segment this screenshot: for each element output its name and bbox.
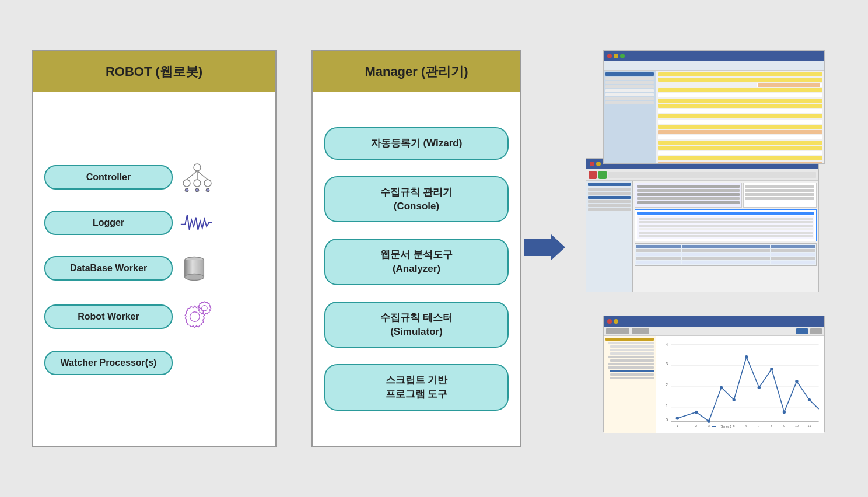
watcher-processor-label: Watcher Processor(s) xyxy=(61,358,157,368)
robot-worker-gear-icon xyxy=(180,299,215,334)
svg-text:11: 11 xyxy=(807,424,811,428)
analyzer-item: 웹문서 분석도구(Analyzer) xyxy=(324,239,509,285)
controller-row: Controller xyxy=(44,163,264,192)
svg-line-6 xyxy=(197,171,208,180)
wizard-label: 자동등록기 (Wizard) xyxy=(371,138,463,149)
logger-row: Logger xyxy=(44,208,264,237)
svg-text:1: 1 xyxy=(677,424,678,428)
right-arrow xyxy=(524,233,565,264)
svg-point-29 xyxy=(676,416,679,419)
watcher-processor-row: Watcher Processor(s) xyxy=(44,351,264,375)
screenshot-top xyxy=(603,50,825,164)
svg-point-16 xyxy=(202,306,207,311)
svg-text:2: 2 xyxy=(666,382,668,387)
manager-panel-body: 자동등록기 (Wizard) 수집규칙 관리기(Console) 웹문서 분석도… xyxy=(313,92,520,446)
svg-text:10: 10 xyxy=(795,424,799,428)
script-tool-item: 스크립트 기반프로그램 도구 xyxy=(324,364,509,411)
svg-point-33 xyxy=(733,398,736,401)
controller-icon xyxy=(180,163,215,192)
svg-point-31 xyxy=(707,420,710,423)
svg-point-3 xyxy=(204,180,211,187)
screenshot-middle xyxy=(586,158,819,292)
script-tool-label: 스크립트 기반프로그램 도구 xyxy=(386,374,448,400)
logger-icon xyxy=(180,208,215,237)
database-worker-box: DataBase Worker xyxy=(44,256,173,281)
logger-label: Logger xyxy=(93,218,124,228)
svg-text:7: 7 xyxy=(758,424,760,428)
svg-line-4 xyxy=(187,171,197,180)
svg-text:4: 4 xyxy=(666,342,668,347)
wizard-item: 자동등록기 (Wizard) xyxy=(324,127,509,160)
robot-worker-box: Robot Worker xyxy=(44,304,173,329)
arrow-container xyxy=(522,50,568,447)
robot-worker-row: Robot Worker xyxy=(44,299,264,334)
console-label: 수집규칙 관리기(Console) xyxy=(380,187,453,212)
svg-point-36 xyxy=(770,368,773,370)
svg-text:0: 0 xyxy=(666,417,668,422)
screenshot-bottom: 0 1 2 3 4 xyxy=(603,316,825,432)
simulator-label: 수집규칙 테스터(Simulator) xyxy=(380,312,453,337)
screenshots-area: 0 1 2 3 4 xyxy=(568,50,825,447)
svg-point-1 xyxy=(183,180,190,187)
svg-point-37 xyxy=(783,411,786,414)
svg-marker-17 xyxy=(524,234,565,261)
svg-point-32 xyxy=(720,386,723,389)
svg-text:9: 9 xyxy=(783,424,785,428)
svg-text:3: 3 xyxy=(708,424,710,428)
svg-text:8: 8 xyxy=(771,424,772,428)
controller-label: Controller xyxy=(86,172,131,182)
svg-point-30 xyxy=(695,411,698,414)
database-worker-label: DataBase Worker xyxy=(70,263,147,273)
manager-panel-header: Manager (관리기) xyxy=(313,51,520,92)
svg-point-8 xyxy=(195,188,199,192)
robot-panel-title: ROBOT (웹로봇) xyxy=(106,63,202,80)
svg-point-39 xyxy=(808,398,811,401)
svg-text:1: 1 xyxy=(666,403,668,408)
manager-panel-title: Manager (관리기) xyxy=(365,63,468,80)
svg-point-0 xyxy=(194,164,201,171)
watcher-processor-box: Watcher Processor(s) xyxy=(44,351,173,375)
database-icon xyxy=(180,254,209,283)
svg-text:3: 3 xyxy=(666,361,668,366)
svg-point-9 xyxy=(206,188,209,192)
simulator-item: 수집규칙 테스터(Simulator) xyxy=(324,302,509,348)
svg-point-15 xyxy=(190,312,200,322)
svg-point-2 xyxy=(194,180,201,187)
logger-box: Logger xyxy=(44,211,173,235)
svg-point-34 xyxy=(745,355,748,358)
svg-text:2: 2 xyxy=(695,424,697,428)
analyzer-label: 웹문서 분석도구(Analyzer) xyxy=(380,249,453,274)
database-worker-row: DataBase Worker xyxy=(44,254,264,283)
svg-point-38 xyxy=(795,380,798,383)
svg-point-7 xyxy=(185,188,188,192)
svg-text:6: 6 xyxy=(746,424,747,428)
svg-point-35 xyxy=(758,386,761,389)
robot-worker-label: Robot Worker xyxy=(78,312,139,321)
console-item: 수집규칙 관리기(Console) xyxy=(324,176,509,223)
svg-text:5: 5 xyxy=(733,424,735,428)
manager-panel: Manager (관리기) 자동등록기 (Wizard) 수집규칙 관리기(Co… xyxy=(312,50,522,447)
robot-panel-body: Controller xyxy=(33,92,275,446)
svg-point-12 xyxy=(185,274,204,281)
robot-panel-header: ROBOT (웹로봇) xyxy=(33,51,275,92)
controller-box: Controller xyxy=(44,165,173,190)
robot-panel: ROBOT (웹로봇) Controller xyxy=(32,50,276,447)
